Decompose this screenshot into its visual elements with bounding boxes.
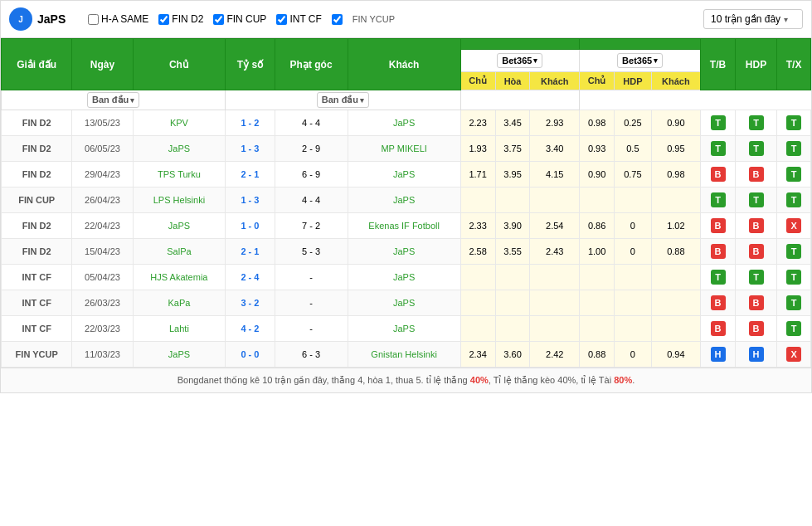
cell-home[interactable]: JaPS [133,342,226,368]
table-row: FIN D2 06/05/23 JaPS 1 - 3 2 - 9 MP MIKE… [2,136,811,162]
filter-group: H-A SAME FIN D2 FIN CUP INT CF FIN YCUP [88,13,691,25]
col-score: Tỷ số [226,39,275,90]
cell-home[interactable]: SalPa [133,239,226,265]
filter-ha-same[interactable]: H-A SAME [88,13,148,25]
cell-badge-hdp: T [735,188,776,213]
cell-hdp-home [580,316,615,342]
cell-odd-home: 2.58 [460,239,495,265]
cell-badge-tb: B [701,290,736,316]
cell-badge-tx: T [777,162,811,188]
cell-score: 4 - 2 [226,316,275,342]
cell-competition: INT CF [2,290,72,316]
cell-badge-tb: B [701,316,736,342]
matches-table: Giải đấu Ngày Chủ Tỷ số Phạt góc Khách T… [1,38,811,368]
cell-date: 22/03/23 [72,316,133,342]
cell-odd-home: 2.23 [460,110,495,136]
cell-odd-away: 2.93 [530,110,580,136]
cell-away[interactable]: JaPS [348,316,460,342]
cell-hdp-home: 0.98 [580,110,615,136]
filter-fin-d2[interactable]: FIN D2 [158,13,203,25]
badge-tx: T [786,192,801,207]
fin-d2-checkbox[interactable] [158,14,169,25]
fin-cup-checkbox[interactable] [213,14,224,25]
ha-same-checkbox[interactable] [88,14,99,25]
badge-tx: T [786,244,801,259]
bet365-dropdown-1[interactable]: Bet365 ▾ [497,53,542,68]
cell-away[interactable]: JaPS [348,239,460,265]
footer-text: Bongdanet thống kê 10 trận gần đây, thắn… [177,375,635,385]
cell-competition: FIN D2 [2,162,72,188]
cell-home[interactable]: LPS Helsinki [133,188,226,213]
extra-checkbox[interactable] [332,14,343,25]
cell-away[interactable]: JaPS [348,188,460,213]
col-competition: Giải đấu [2,39,72,90]
cell-home[interactable]: JaPS [133,213,226,239]
cell-corners: - [275,290,348,316]
cell-hdp-val [615,316,651,342]
cell-home[interactable]: KaPa [133,290,226,316]
cell-hdp-home: 0.90 [580,162,615,188]
cell-odd-away [530,290,580,316]
dropdown-bet365-2[interactable]: Bet365 ▾ [580,50,701,72]
cell-competition: FIN D2 [2,213,72,239]
sub-col-draw-odds: Hòa [495,72,530,90]
cell-hdp-home: 1.00 [580,239,615,265]
cell-badge-tx: X [777,213,811,239]
cell-badge-hdp: B [735,162,776,188]
cell-away[interactable]: MP MIKELI [348,136,460,162]
cell-badge-hdp: T [735,110,776,136]
filter-int-cf[interactable]: INT CF [276,13,321,25]
cell-home[interactable]: KPV [133,110,226,136]
cell-away[interactable]: JaPS [348,110,460,136]
badge-tb: B [711,295,726,310]
cell-corners: - [275,265,348,290]
cell-odd-draw: 3.60 [495,342,530,368]
cell-home[interactable]: TPS Turku [133,162,226,188]
badge-tx: T [786,295,801,310]
cell-corners: 6 - 9 [275,162,348,188]
header: J JaPS H-A SAME FIN D2 FIN CUP INT CF [1,1,811,38]
cell-away[interactable]: Ekenas IF Fotboll [348,213,460,239]
cell-odd-away: 2.43 [530,239,580,265]
cell-competition: FIN D2 [2,239,72,265]
cell-away[interactable]: JaPS [348,265,460,290]
bandau-label-2: Ban đầu ▾ [226,90,460,110]
cell-corners: 4 - 4 [275,110,348,136]
cell-competition: FIN D2 [2,110,72,136]
table-body: FIN D2 13/05/23 KPV 1 - 2 4 - 4 JaPS 2.2… [2,110,811,368]
cell-badge-hdp: B [735,290,776,316]
cell-competition: FIN YCUP [2,342,72,368]
team-logo: J [9,7,32,31]
badge-hdp: T [749,115,764,130]
cell-score: 1 - 3 [226,188,275,213]
cell-away[interactable]: JaPS [348,162,460,188]
cell-badge-tb: T [701,265,736,290]
cell-odd-home: 2.34 [460,342,495,368]
badge-hdp: B [749,295,764,310]
cell-away[interactable]: Gnistan Helsinki [348,342,460,368]
bandau-dropdown-1[interactable]: Ban đầu ▾ [87,92,139,108]
cell-hdp-home [580,265,615,290]
cell-home[interactable]: JaPS [133,136,226,162]
badge-tx: T [786,270,801,285]
bandau-dropdown-2[interactable]: Ban đầu ▾ [317,92,369,108]
badge-hdp: T [749,192,764,207]
filter-fin-cup[interactable]: FIN CUP [213,13,266,25]
cell-badge-tx: T [777,239,811,265]
cell-competition: INT CF [2,265,72,290]
cell-hdp-home [580,188,615,213]
badge-hdp: B [749,244,764,259]
cell-home[interactable]: Lahti [133,316,226,342]
dropdown-bet365-1[interactable]: Bet365 ▾ [460,50,579,72]
cell-hdp-val [615,265,651,290]
badge-tx: T [786,167,801,182]
cell-home[interactable]: HJS Akatemia [133,265,226,290]
cell-away[interactable]: JaPS [348,290,460,316]
badge-hdp: H [749,347,764,362]
recent-dropdown[interactable]: 10 trận gần đây ▾ [703,9,803,29]
int-cf-checkbox[interactable] [276,14,287,25]
cell-badge-tx: T [777,265,811,290]
cell-badge-hdp: T [735,136,776,162]
cell-corners: 2 - 9 [275,136,348,162]
bet365-dropdown-2[interactable]: Bet365 ▾ [617,53,663,68]
